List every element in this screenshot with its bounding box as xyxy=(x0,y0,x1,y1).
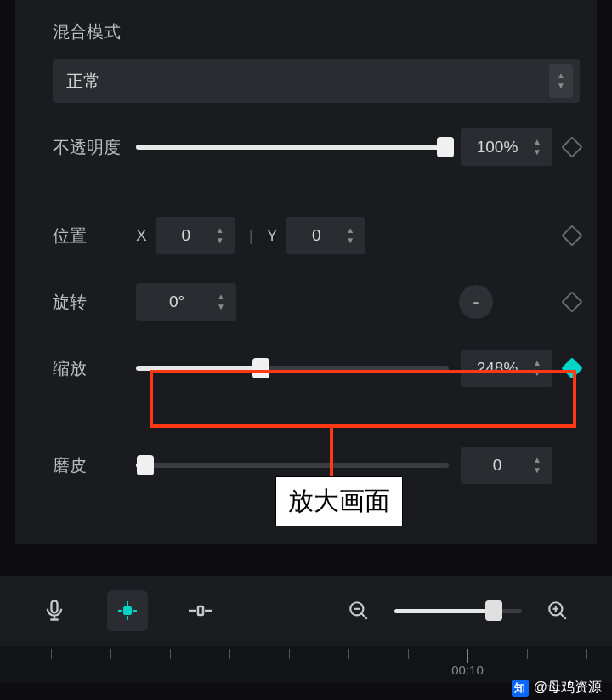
stepper-icon[interactable]: ▲▼ xyxy=(527,134,547,161)
rotation-row: 旋转 0° ▲▼ - xyxy=(53,282,580,322)
scale-row: 缩放 248% ▲▼ xyxy=(53,348,580,389)
position-x-input[interactable]: 0 ▲▼ xyxy=(156,217,235,254)
auto-cut-icon[interactable] xyxy=(107,590,148,631)
stepper-icon[interactable]: ▲▼ xyxy=(527,452,547,479)
scale-slider[interactable] xyxy=(136,366,449,371)
svg-rect-0 xyxy=(52,600,58,612)
watermark-text: @母鸡资源 xyxy=(534,679,602,697)
bottom-toolbar xyxy=(0,576,612,646)
opacity-keyframe-icon[interactable] xyxy=(561,136,582,157)
callout-connector xyxy=(330,428,333,477)
stepper-icon[interactable]: ▲▼ xyxy=(340,222,360,249)
stepper-icon[interactable]: ▲▼ xyxy=(211,288,231,316)
zoom-in-icon[interactable] xyxy=(537,590,578,631)
blend-mode-label: 混合模式 xyxy=(53,20,580,43)
xy-separator: | xyxy=(249,226,253,245)
blend-mode-dropdown[interactable]: 正常 ▲ ▼ xyxy=(53,59,580,103)
timeline-ruler[interactable]: 00:10 xyxy=(0,646,612,683)
timeline-tick-label: 00:10 xyxy=(451,663,484,677)
smooth-input[interactable]: 0 ▲▼ xyxy=(461,447,552,484)
blend-mode-value: 正常 xyxy=(66,70,100,93)
zoom-out-icon[interactable] xyxy=(338,590,379,631)
scale-label: 缩放 xyxy=(53,357,124,380)
watermark: 知 @母鸡资源 xyxy=(512,679,602,697)
rotation-label: 旋转 xyxy=(53,291,124,314)
zoom-slider[interactable] xyxy=(394,609,522,613)
zhihu-logo-icon: 知 xyxy=(512,680,529,697)
stepper-icon[interactable]: ▲▼ xyxy=(210,222,230,249)
rotation-input[interactable]: 0° ▲▼ xyxy=(136,283,236,321)
stepper-icon[interactable]: ▲▼ xyxy=(527,355,547,382)
position-label: 位置 xyxy=(53,225,124,248)
position-y-input[interactable]: 0 ▲▼ xyxy=(286,217,366,254)
svg-line-8 xyxy=(361,613,367,619)
svg-rect-1 xyxy=(123,606,132,615)
opacity-slider[interactable] xyxy=(136,145,449,150)
scale-input[interactable]: 248% ▲▼ xyxy=(461,350,552,387)
opacity-row: 不透明度 100% ▲▼ xyxy=(53,127,580,168)
smooth-label: 磨皮 xyxy=(53,454,124,477)
dropdown-arrows-icon[interactable]: ▲ ▼ xyxy=(549,64,573,98)
svg-line-11 xyxy=(560,613,566,619)
position-row: 位置 X 0 ▲▼ | Y 0 ▲▼ xyxy=(53,215,580,256)
x-label: X xyxy=(136,226,147,245)
callout-text: 放大画面 xyxy=(275,476,403,526)
opacity-label: 不透明度 xyxy=(53,136,124,159)
smooth-slider[interactable] xyxy=(136,463,449,468)
y-label: Y xyxy=(267,226,278,245)
microphone-icon[interactable] xyxy=(34,590,75,631)
scale-keyframe-icon[interactable] xyxy=(561,357,582,378)
rotation-reset-button[interactable]: - xyxy=(459,285,493,319)
properties-panel: 混合模式 正常 ▲ ▼ 不透明度 100% ▲▼ 位置 X xyxy=(15,0,597,544)
svg-rect-6 xyxy=(198,606,203,615)
opacity-input[interactable]: 100% ▲▼ xyxy=(461,128,552,166)
position-keyframe-icon[interactable] xyxy=(561,225,582,246)
rotation-keyframe-icon[interactable] xyxy=(561,291,582,312)
split-icon[interactable] xyxy=(180,590,221,631)
